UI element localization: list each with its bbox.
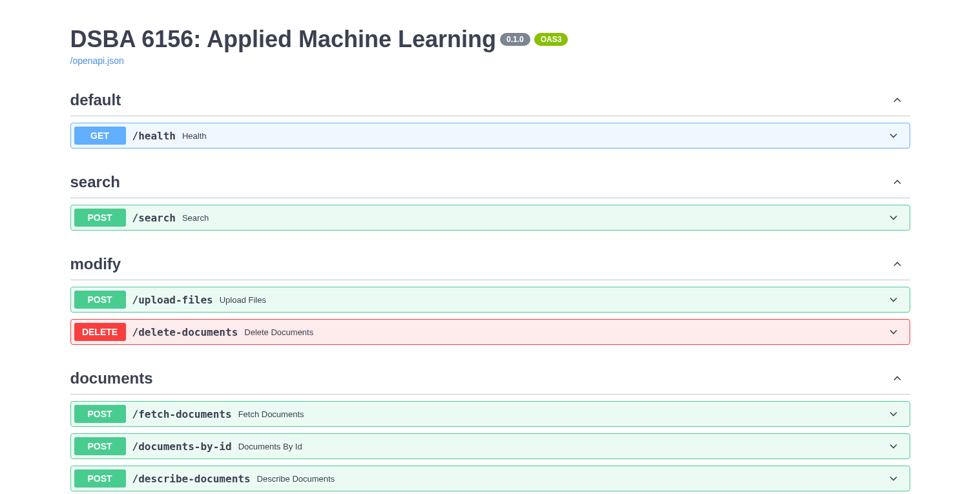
operation-block[interactable]: GET/healthHealth	[70, 123, 910, 149]
operation-block[interactable]: POST/upload-filesUpload Files	[70, 287, 910, 313]
tag-header[interactable]: default	[70, 85, 910, 116]
method-badge: GET	[74, 127, 126, 145]
chevron-up-icon	[891, 94, 904, 107]
operation-summary-text: Search	[182, 213, 887, 223]
operation-block[interactable]: DELETE/delete-documentsDelete Documents	[70, 319, 910, 345]
operation-summary[interactable]: POST/fetch-documentsFetch Documents	[71, 402, 910, 426]
operation-summary-text: Health	[182, 131, 887, 141]
operation-summary[interactable]: DELETE/delete-documentsDelete Documents	[71, 320, 910, 344]
tag-section: searchPOST/searchSearch	[70, 167, 910, 231]
chevron-up-icon	[891, 258, 904, 271]
operation-summary[interactable]: POST/describe-documentsDescribe Document…	[71, 466, 910, 491]
operation-path: /upload-files	[132, 294, 213, 306]
tags-container: defaultGET/healthHealthsearchPOST/search…	[70, 85, 910, 491]
method-badge: POST	[74, 437, 126, 455]
tag-section: modifyPOST/upload-filesUpload FilesDELET…	[70, 249, 910, 345]
chevron-down-icon	[887, 472, 900, 485]
operation-path: /delete-documents	[132, 326, 238, 338]
chevron-down-icon	[887, 293, 900, 306]
tag-header[interactable]: search	[70, 167, 910, 198]
operation-summary-text: Upload Files	[220, 295, 887, 305]
chevron-down-icon	[887, 325, 900, 338]
tag-name: default	[70, 91, 121, 109]
operation-summary-text: Fetch Documents	[238, 409, 887, 419]
operation-summary-text: Documents By Id	[238, 442, 887, 451]
page-title: DSBA 6156: Applied Machine Learning	[70, 26, 496, 53]
tag-header[interactable]: modify	[70, 249, 910, 280]
tag-name: search	[70, 173, 120, 191]
chevron-down-icon	[887, 129, 900, 142]
operation-path: /documents-by-id	[132, 440, 232, 453]
chevron-up-icon	[891, 176, 904, 189]
chevron-down-icon	[887, 211, 900, 224]
operation-summary[interactable]: POST/searchSearch	[71, 205, 910, 230]
method-badge: POST	[74, 209, 126, 227]
operation-block[interactable]: POST/documents-by-idDocuments By Id	[70, 433, 910, 459]
tag-header[interactable]: documents	[70, 363, 910, 395]
operation-path: /describe-documents	[132, 473, 251, 485]
chevron-down-icon	[887, 407, 900, 420]
operation-path: /health	[132, 130, 176, 142]
oas-badge: OAS3	[534, 33, 568, 46]
title-row: DSBA 6156: Applied Machine Learning 0.1.…	[70, 26, 910, 53]
method-badge: POST	[74, 291, 126, 309]
operation-block[interactable]: POST/searchSearch	[70, 205, 910, 231]
tag-section: defaultGET/healthHealth	[70, 85, 910, 149]
operation-path: /search	[132, 212, 176, 224]
operation-summary[interactable]: POST/upload-filesUpload Files	[71, 287, 910, 312]
tag-section: documentsPOST/fetch-documentsFetch Docum…	[70, 363, 910, 491]
header: DSBA 6156: Applied Machine Learning 0.1.…	[70, 26, 910, 67]
operation-block[interactable]: POST/fetch-documentsFetch Documents	[70, 401, 910, 427]
spec-link[interactable]: /openapi.json	[70, 56, 124, 66]
method-badge: POST	[74, 405, 126, 423]
method-badge: DELETE	[74, 323, 126, 341]
method-badge: POST	[74, 469, 126, 488]
tag-name: modify	[70, 255, 121, 273]
chevron-up-icon	[891, 372, 904, 385]
chevron-down-icon	[887, 440, 900, 453]
operation-summary-text: Delete Documents	[244, 327, 886, 337]
operation-block[interactable]: POST/describe-documentsDescribe Document…	[70, 466, 910, 491]
operation-summary-text: Describe Documents	[257, 474, 887, 484]
version-badge: 0.1.0	[500, 33, 530, 46]
operation-path: /fetch-documents	[132, 408, 232, 420]
operation-summary[interactable]: POST/documents-by-idDocuments By Id	[71, 434, 910, 458]
tag-name: documents	[70, 369, 153, 387]
swagger-ui: DSBA 6156: Applied Machine Learning 0.1.…	[32, 0, 949, 494]
operation-summary[interactable]: GET/healthHealth	[71, 123, 910, 148]
